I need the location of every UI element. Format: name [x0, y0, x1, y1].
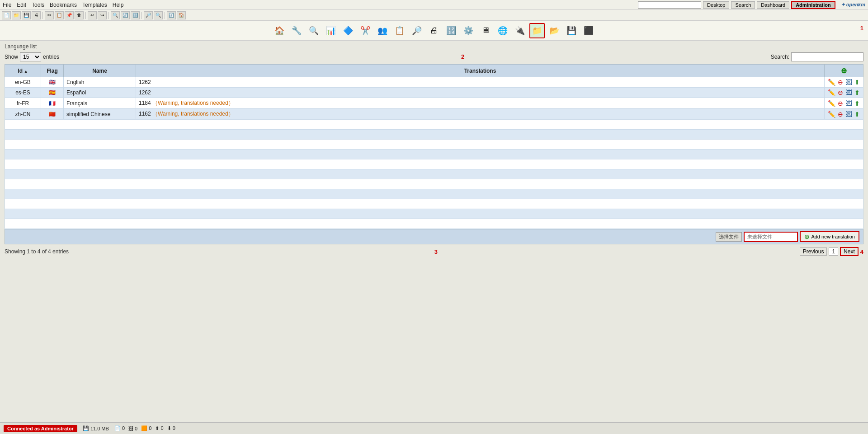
tb-undo[interactable]: ↩ — [88, 11, 97, 19]
menu-templates[interactable]: Templates — [82, 2, 107, 8]
menu-edit[interactable]: Edit — [17, 2, 26, 8]
tools-icon[interactable]: 🔧 — [289, 23, 304, 38]
zoom-icon[interactable]: 🔎 — [409, 23, 425, 38]
search-button[interactable]: Search — [731, 1, 755, 9]
col-header-translations[interactable]: Translations — [136, 65, 825, 77]
view-icon[interactable]: 🖼 — [846, 111, 852, 118]
tb-zoom-out[interactable]: 🔍 — [154, 11, 163, 19]
tb-copy[interactable]: 📋 — [55, 11, 64, 19]
col-header-name[interactable]: Name — [64, 65, 136, 77]
tb-redo[interactable]: ↪ — [98, 11, 107, 19]
gear-icon[interactable]: ⚙️ — [461, 23, 476, 38]
add-icon: ⊕ — [804, 233, 810, 240]
annotation-3: 3 — [434, 248, 438, 255]
tb-save[interactable]: 💾 — [22, 11, 31, 19]
export-icon[interactable]: ⬆ — [854, 100, 860, 107]
home-icon[interactable]: 🏠 — [272, 23, 287, 38]
status-doc: 📄 0 — [114, 425, 125, 431]
table-row-empty — [5, 149, 863, 159]
entries-select[interactable]: 10 15 25 50 100 — [20, 52, 41, 61]
users-icon[interactable]: 👥 — [375, 23, 390, 38]
tb-delete[interactable]: 🗑 — [75, 11, 84, 19]
choose-file-button[interactable]: 选择文件 — [716, 232, 742, 242]
dashboard-button[interactable]: Dashboard — [757, 1, 789, 9]
col-header-flag[interactable]: Flag — [41, 65, 64, 77]
search-input[interactable] — [638, 1, 701, 9]
view-icon[interactable]: 🖼 — [846, 79, 852, 86]
language-table: Id Flag Name Translations ⊕ en-GB 🇬🇧 Eng… — [5, 64, 863, 229]
memory-value: 11.0 MB — [90, 426, 109, 431]
terminal-icon[interactable]: ⬛ — [581, 23, 596, 38]
export-icon[interactable]: ⬆ — [854, 79, 860, 86]
view-icon[interactable]: 🖼 — [846, 89, 852, 96]
globe-icon[interactable]: 🌐 — [495, 23, 510, 38]
tb-print[interactable]: 🖨 — [32, 11, 41, 19]
cell-translations: 1184 （Warning, translations needed） — [136, 98, 825, 109]
edit-icon[interactable]: ✏️ — [828, 111, 835, 118]
cell-flag: 🇫🇷 — [41, 98, 64, 109]
delete-icon[interactable]: ⊖ — [838, 79, 843, 86]
pagination-area: Showing 1 to 4 of 4 entries 3 Previous 1… — [5, 246, 863, 257]
delete-icon[interactable]: ⊖ — [838, 111, 843, 118]
printer-icon[interactable]: 🖨 — [426, 23, 442, 38]
cell-name: simplified Chinese — [64, 109, 136, 120]
screen-icon[interactable]: 🖥 — [478, 23, 493, 38]
download-icon[interactable]: 💾 — [564, 23, 579, 38]
tb-new[interactable]: 📄 — [2, 11, 11, 19]
table-row-empty — [5, 130, 863, 140]
number-icon[interactable]: 🔢 — [443, 23, 459, 38]
export-icon[interactable]: ⬆ — [854, 89, 860, 96]
status-mail: 🟧 0 — [141, 425, 151, 431]
scissors-icon[interactable]: ✂️ — [358, 23, 373, 38]
cell-id: en-GB — [5, 77, 41, 88]
tb-sep1 — [42, 12, 43, 19]
show-label: Show — [5, 54, 18, 60]
tb-paste[interactable]: 📌 — [65, 11, 74, 19]
status-icons: 📄 0 🖼 0 🟧 0 ⬆ 0 ⬇ 0 — [114, 425, 175, 431]
tb-find[interactable]: 🔍 — [111, 11, 120, 19]
desktop-button[interactable]: Desktop — [703, 1, 729, 9]
next-button[interactable]: Next — [840, 247, 859, 256]
view-icon[interactable]: 🖼 — [846, 100, 852, 107]
page-title: Language list — [5, 43, 863, 50]
add-btn-label: Add new translation — [811, 234, 855, 239]
col-header-id[interactable]: Id — [5, 65, 41, 77]
cell-flag: 🇨🇳 — [41, 109, 64, 120]
tb-spell[interactable]: 🔠 — [131, 11, 140, 19]
tb-refresh[interactable]: 🔃 — [167, 11, 176, 19]
cell-flag: 🇬🇧 — [41, 77, 64, 88]
cell-name: Español — [64, 88, 136, 98]
menu-help[interactable]: Help — [113, 2, 124, 8]
delete-icon[interactable]: ⊖ — [838, 89, 843, 96]
find-icon[interactable]: 🔍 — [306, 23, 321, 38]
folder-open-icon[interactable]: 📂 — [547, 23, 562, 38]
pulse-icon[interactable]: 📊 — [323, 23, 339, 38]
tb-replace[interactable]: 🔄 — [121, 11, 130, 19]
edit-icon[interactable]: ✏️ — [828, 100, 835, 107]
col-header-actions[interactable]: ⊕ — [824, 65, 863, 77]
connected-badge: Connected as Administrator — [4, 425, 77, 432]
add-new-translation-button[interactable]: ⊕ Add new translation — [800, 231, 859, 242]
menu-file[interactable]: File — [3, 2, 11, 8]
bookmark-icon[interactable]: 🔷 — [340, 23, 356, 38]
annotation-2: 2 — [461, 53, 464, 60]
table-body: en-GB 🇬🇧 English 1262 ✏️ ⊖ 🖼 ⬆ es-ES 🇪🇸 … — [5, 77, 863, 229]
previous-button[interactable]: Previous — [800, 247, 827, 256]
search-input[interactable] — [791, 52, 863, 61]
tb-open[interactable]: 📁 — [12, 11, 21, 19]
menu-tools[interactable]: Tools — [32, 2, 44, 8]
menu-bookmarks[interactable]: Bookmarks — [50, 2, 77, 8]
tb-zoom-in[interactable]: 🔎 — [144, 11, 153, 19]
edit-icon[interactable]: ✏️ — [828, 79, 835, 86]
administration-button[interactable]: Administration — [791, 1, 835, 9]
edit-icon[interactable]: ✏️ — [828, 89, 835, 96]
toolbar-row1: 📄 📁 💾 🖨 ✂ 📋 📌 🗑 ↩ ↪ 🔍 🔄 🔠 🔎 🔍 🔃 🏠 — [0, 10, 868, 21]
active-folder-icon[interactable]: 📁 — [529, 23, 545, 38]
tb-cut[interactable]: ✂ — [45, 11, 54, 19]
export-icon[interactable]: ⬆ — [854, 111, 860, 118]
copy-icon[interactable]: 📋 — [392, 23, 407, 38]
cell-flag: 🇪🇸 — [41, 88, 64, 98]
plugin-icon[interactable]: 🔌 — [512, 23, 528, 38]
tb-home[interactable]: 🏠 — [177, 11, 186, 19]
delete-icon[interactable]: ⊖ — [838, 100, 843, 107]
